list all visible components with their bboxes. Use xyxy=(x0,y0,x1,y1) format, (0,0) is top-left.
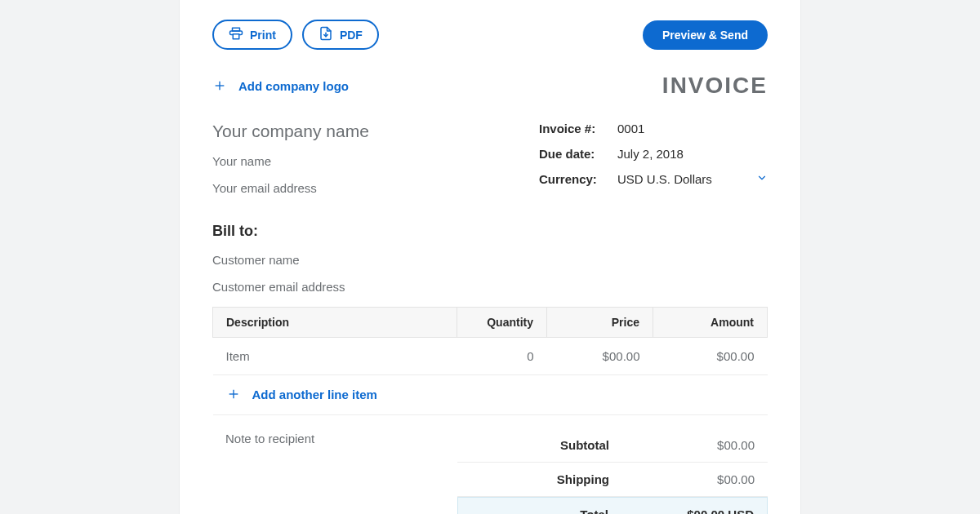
add-company-logo-label: Add company logo xyxy=(238,79,349,93)
table-header-row: Description Quantity Price Amount xyxy=(213,308,768,338)
document-title: INVOICE xyxy=(662,73,768,99)
bill-to-heading: Bill to: xyxy=(212,223,768,240)
currency-select[interactable]: USD U.S. Dollars xyxy=(617,172,756,186)
total-label: Total xyxy=(471,507,648,514)
shipping-row: Shipping $00.00 xyxy=(457,463,768,497)
add-line-item-label: Add another line item xyxy=(252,388,377,401)
sender-email-input[interactable]: Your email address xyxy=(212,181,539,195)
item-price-input[interactable]: $00.00 xyxy=(547,338,653,375)
toolbar: Print PDF Preview & Send xyxy=(212,20,768,50)
sender-column: Your company name Your name Your email a… xyxy=(212,122,539,208)
col-quantity: Quantity xyxy=(457,308,547,338)
due-date-row: Due date: July 2, 2018 xyxy=(539,147,768,161)
company-name-input[interactable]: Your company name xyxy=(212,122,539,141)
currency-row: Currency: USD U.S. Dollars xyxy=(539,172,768,186)
plus-icon xyxy=(226,387,241,401)
subtotal-value: $00.00 xyxy=(648,438,755,452)
print-button[interactable]: Print xyxy=(212,20,292,50)
customer-email-input[interactable]: Customer email address xyxy=(212,280,768,294)
currency-label: Currency: xyxy=(539,172,617,186)
due-date-label: Due date: xyxy=(539,147,617,161)
svg-rect-1 xyxy=(233,34,239,39)
logo-row: Add company logo INVOICE xyxy=(212,73,768,99)
table-row: Item 0 $00.00 $00.00 xyxy=(213,338,768,375)
meta-column: Invoice #: 0001 Due date: July 2, 2018 C… xyxy=(539,122,768,208)
plus-icon xyxy=(212,78,227,93)
item-description-input[interactable]: Item xyxy=(213,338,457,375)
col-price: Price xyxy=(547,308,653,338)
subtotal-row: Subtotal $00.00 xyxy=(457,428,768,463)
preview-send-button[interactable]: Preview & Send xyxy=(643,20,768,50)
item-amount: $00.00 xyxy=(653,338,768,375)
invoice-number-label: Invoice #: xyxy=(539,122,617,135)
item-quantity-input[interactable]: 0 xyxy=(457,338,547,375)
due-date-input[interactable]: July 2, 2018 xyxy=(617,147,768,161)
preview-send-label: Preview & Send xyxy=(662,29,748,42)
pdf-button[interactable]: PDF xyxy=(302,20,379,50)
add-line-item-button[interactable]: Add another line item xyxy=(226,387,377,401)
total-value: $00.00 USD xyxy=(648,507,754,514)
download-icon xyxy=(318,26,333,43)
invoice-number-row: Invoice #: 0001 xyxy=(539,122,768,135)
printer-icon xyxy=(229,26,243,43)
shipping-label: Shipping xyxy=(470,472,648,486)
add-company-logo-button[interactable]: Add company logo xyxy=(212,78,349,93)
invoice-number-input[interactable]: 0001 xyxy=(617,122,768,135)
sender-name-input[interactable]: Your name xyxy=(212,154,539,168)
note-to-recipient-input[interactable]: Note to recipient xyxy=(212,422,457,445)
col-amount: Amount xyxy=(653,308,768,338)
col-description: Description xyxy=(213,308,457,338)
chevron-down-icon xyxy=(756,172,768,186)
pdf-button-label: PDF xyxy=(340,29,363,42)
header-grid: Your company name Your name Your email a… xyxy=(212,122,768,208)
total-row: Total $00.00 USD xyxy=(457,497,768,514)
totals: Subtotal $00.00 Shipping $00.00 Total $0… xyxy=(457,428,768,514)
print-button-label: Print xyxy=(250,29,276,42)
add-line-row: Add another line item xyxy=(213,375,768,415)
subtotal-label: Subtotal xyxy=(470,438,648,452)
invoice-page: Print PDF Preview & Send Add company log… xyxy=(180,0,800,514)
shipping-value: $00.00 xyxy=(648,472,755,486)
customer-name-input[interactable]: Customer name xyxy=(212,253,768,267)
bottom-row: Note to recipient Subtotal $00.00 Shippi… xyxy=(212,422,768,514)
line-items-table: Description Quantity Price Amount Item 0… xyxy=(212,307,768,415)
